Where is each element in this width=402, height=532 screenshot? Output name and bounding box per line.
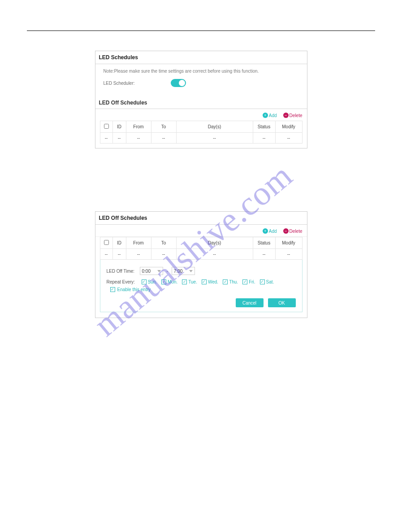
cancel-button[interactable]: Cancel [236,298,264,307]
sat-checkbox[interactable] [260,279,265,284]
page-top-rule [27,31,375,31]
cell-empty: -- [176,133,253,144]
from-time-select[interactable]: 0:00 [140,267,163,275]
cell-empty: -- [253,249,275,260]
day-wed: Wed. [208,279,218,284]
cell-empty: -- [126,249,151,260]
wed-checkbox[interactable] [202,279,207,284]
to-time-select[interactable]: 7:00 [172,267,195,275]
cell-empty: -- [112,249,126,260]
col-id: ID [112,237,126,249]
delete-button[interactable]: − Delete [283,113,303,118]
day-mon: Mon. [168,279,177,284]
chevron-down-icon [157,270,161,272]
col-to: To [151,237,176,249]
schedules-table: ID From To Day(s) Status Modify -- -- --… [100,121,303,144]
led-scheduler-toggle[interactable] [171,79,186,87]
cell-empty: -- [275,133,302,144]
cell-empty: -- [112,133,126,144]
col-from: From [126,237,151,249]
col-from: From [126,121,151,133]
schedules-table: ID From To Day(s) Status Modify -- -- --… [100,237,303,260]
tue-checkbox[interactable] [182,279,187,284]
led-off-schedules-panel: LED Off Schedules + Add − Delete ID From [95,211,307,318]
col-days: Day(s) [176,237,253,249]
fri-checkbox[interactable] [242,279,247,284]
cell-empty: -- [151,133,176,144]
col-modify: Modify [275,237,302,249]
col-days: Day(s) [176,121,253,133]
toggle-knob-icon [179,80,185,86]
delete-button[interactable]: − Delete [283,228,303,234]
from-time-value: 0:00 [142,269,151,274]
col-modify: Modify [275,121,302,133]
time-dash: - [167,269,168,274]
cell-empty: -- [100,249,112,260]
col-id: ID [112,121,126,133]
cell-empty: -- [176,249,253,260]
minus-icon: − [283,113,289,118]
plus-icon: + [263,113,268,118]
cell-empty: -- [151,249,176,260]
mon-checkbox[interactable] [161,279,166,284]
cell-empty: -- [253,133,275,144]
add-button[interactable]: + Add [263,228,277,234]
led-off-schedules-title-2: LED Off Schedules [95,212,307,225]
table-header-row: ID From To Day(s) Status Modify [100,121,302,133]
cell-empty: -- [100,133,112,144]
add-label: Add [269,229,277,234]
delete-label: Delete [290,113,303,118]
day-thu: Thu. [229,279,238,284]
col-status: Status [253,237,275,249]
thu-checkbox[interactable] [223,279,228,284]
enable-entry-checkbox[interactable] [110,287,115,292]
select-all-checkbox[interactable] [104,124,109,129]
ok-button[interactable]: OK [268,298,296,307]
plus-icon: + [263,228,268,234]
sun-checkbox[interactable] [142,279,147,284]
day-sat: Sat. [266,279,274,284]
note-text: Note:Please make sure the time settings … [95,64,307,75]
table-row: -- -- -- -- -- -- -- [100,133,302,144]
led-schedules-panel: LED Schedules Note:Please make sure the … [95,51,307,148]
add-button[interactable]: + Add [263,113,277,118]
day-sun: Sun. [148,279,157,284]
scheduler-label: LED Scheduler: [104,81,135,86]
cell-empty: -- [126,133,151,144]
day-fri: Fri. [249,279,255,284]
add-label: Add [269,113,277,118]
day-tue: Tue. [188,279,197,284]
col-to: To [151,121,176,133]
enable-entry-label: Enable this entry [117,287,151,292]
col-status: Status [253,121,275,133]
delete-label: Delete [290,229,303,234]
chevron-down-icon [189,270,193,272]
to-time-value: 7:00 [174,269,182,274]
led-off-schedules-title: LED Off Schedules [95,93,307,109]
schedule-editor: LED Off Time: 0:00 - 7:00 Repeat Every: … [100,260,303,312]
led-off-time-label: LED Off Time: [107,269,137,274]
repeat-every-label: Repeat Every: [107,279,137,284]
select-all-checkbox[interactable] [104,240,109,245]
table-row: -- -- -- -- -- -- -- [100,249,302,260]
cell-empty: -- [275,249,302,260]
minus-icon: − [283,228,289,234]
led-schedules-title: LED Schedules [95,51,307,64]
table-header-row: ID From To Day(s) Status Modify [100,237,302,249]
